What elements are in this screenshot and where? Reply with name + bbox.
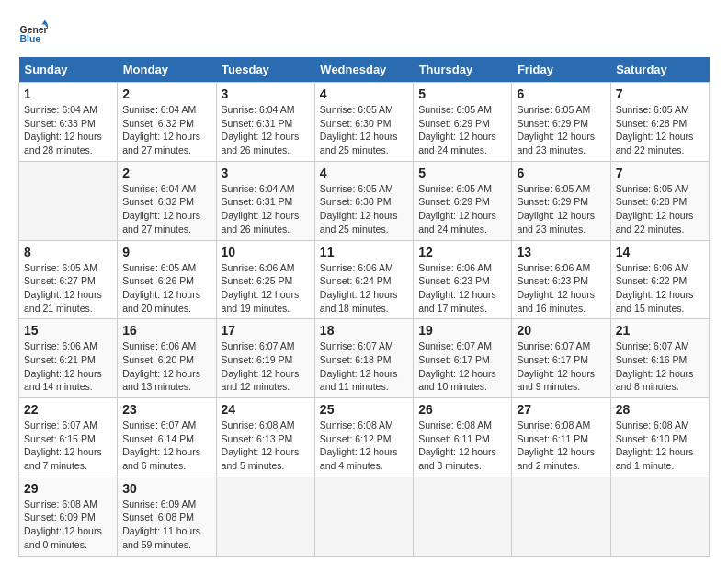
calendar-cell: 2 Sunrise: 6:04 AM Sunset: 6:32 PM Dayli… — [118, 83, 216, 162]
svg-text:General: General — [20, 25, 48, 35]
calendar-cell: 5 Sunrise: 6:05 AM Sunset: 6:29 PM Dayli… — [414, 161, 512, 240]
logo: General Blue — [18, 18, 48, 48]
day-info: Sunrise: 6:05 AM Sunset: 6:29 PM Dayligh… — [418, 103, 506, 157]
day-info: Sunrise: 6:07 AM Sunset: 6:16 PM Dayligh… — [616, 339, 704, 394]
calendar-row: 8 Sunrise: 6:05 AM Sunset: 6:27 PM Dayli… — [19, 240, 710, 319]
day-info: Sunrise: 6:05 AM Sunset: 6:30 PM Dayligh… — [320, 103, 408, 157]
day-info: Sunrise: 6:04 AM Sunset: 6:31 PM Dayligh… — [222, 103, 310, 157]
day-number: 8 — [24, 245, 112, 259]
day-number: 18 — [320, 323, 408, 338]
day-info: Sunrise: 6:08 AM Sunset: 6:10 PM Dayligh… — [616, 419, 704, 473]
day-number: 6 — [517, 166, 605, 180]
day-info: Sunrise: 6:05 AM Sunset: 6:29 PM Dayligh… — [418, 182, 506, 236]
day-info: Sunrise: 6:07 AM Sunset: 6:15 PM Dayligh… — [24, 419, 112, 473]
day-number: 7 — [616, 166, 704, 180]
day-number: 24 — [222, 402, 310, 417]
day-number: 22 — [24, 402, 112, 417]
day-number: 14 — [616, 245, 704, 259]
day-info: Sunrise: 6:06 AM Sunset: 6:23 PM Dayligh… — [418, 261, 506, 316]
calendar-cell: 2 Sunrise: 6:04 AM Sunset: 6:32 PM Dayli… — [118, 161, 216, 240]
day-number: 2 — [122, 86, 210, 101]
day-info: Sunrise: 6:08 AM Sunset: 6:11 PM Dayligh… — [517, 419, 605, 473]
calendar-row: 15 Sunrise: 6:06 AM Sunset: 6:21 PM Dayl… — [19, 319, 710, 398]
day-info: Sunrise: 6:07 AM Sunset: 6:19 PM Dayligh… — [222, 339, 310, 394]
day-number: 17 — [222, 323, 310, 338]
calendar-cell: 21 Sunrise: 6:07 AM Sunset: 6:16 PM Dayl… — [610, 319, 709, 398]
day-number: 10 — [222, 245, 310, 259]
day-info: Sunrise: 6:06 AM Sunset: 6:21 PM Dayligh… — [24, 339, 112, 394]
day-number: 5 — [418, 86, 506, 101]
day-number: 4 — [320, 166, 408, 180]
calendar-cell: 26 Sunrise: 6:08 AM Sunset: 6:11 PM Dayl… — [414, 398, 512, 477]
day-number: 13 — [517, 245, 605, 259]
calendar-cell — [610, 477, 709, 556]
calendar-row: 29 Sunrise: 6:08 AM Sunset: 6:09 PM Dayl… — [19, 477, 710, 556]
day-info: Sunrise: 6:07 AM Sunset: 6:14 PM Dayligh… — [122, 419, 210, 473]
calendar-cell: 16 Sunrise: 6:06 AM Sunset: 6:20 PM Dayl… — [118, 319, 216, 398]
calendar-cell: 13 Sunrise: 6:06 AM Sunset: 6:23 PM Dayl… — [512, 240, 610, 319]
day-number: 9 — [122, 245, 210, 259]
calendar-cell: 18 Sunrise: 6:07 AM Sunset: 6:18 PM Dayl… — [314, 319, 413, 398]
day-number: 7 — [616, 86, 704, 101]
calendar-cell: 15 Sunrise: 6:06 AM Sunset: 6:21 PM Dayl… — [19, 319, 118, 398]
calendar-cell: 8 Sunrise: 6:05 AM Sunset: 6:27 PM Dayli… — [19, 240, 118, 319]
day-info: Sunrise: 6:07 AM Sunset: 6:17 PM Dayligh… — [517, 339, 605, 394]
calendar-cell: 27 Sunrise: 6:08 AM Sunset: 6:11 PM Dayl… — [512, 398, 610, 477]
calendar-cell: 9 Sunrise: 6:05 AM Sunset: 6:26 PM Dayli… — [118, 240, 216, 319]
weekday-header-tuesday: Tuesday — [216, 57, 314, 83]
day-info: Sunrise: 6:06 AM Sunset: 6:25 PM Dayligh… — [222, 261, 310, 316]
day-number: 21 — [616, 323, 704, 338]
calendar-cell: 19 Sunrise: 6:07 AM Sunset: 6:17 PM Dayl… — [414, 319, 512, 398]
calendar-cell: 30 Sunrise: 6:09 AM Sunset: 6:08 PM Dayl… — [118, 477, 216, 556]
weekday-header-monday: Monday — [118, 57, 216, 83]
calendar-cell: 6 Sunrise: 6:05 AM Sunset: 6:29 PM Dayli… — [512, 83, 610, 162]
day-info: Sunrise: 6:06 AM Sunset: 6:23 PM Dayligh… — [517, 261, 605, 316]
day-number: 16 — [122, 323, 210, 338]
day-number: 4 — [320, 86, 408, 101]
day-info: Sunrise: 6:05 AM Sunset: 6:27 PM Dayligh… — [24, 261, 112, 316]
calendar-row: 22 Sunrise: 6:07 AM Sunset: 6:15 PM Dayl… — [19, 398, 710, 477]
day-info: Sunrise: 6:08 AM Sunset: 6:12 PM Dayligh… — [320, 419, 408, 473]
logo-icon: General Blue — [18, 18, 48, 48]
calendar-table: SundayMondayTuesdayWednesdayThursdayFrid… — [18, 57, 710, 557]
calendar-cell: 22 Sunrise: 6:07 AM Sunset: 6:15 PM Dayl… — [19, 398, 118, 477]
weekday-header-sunday: Sunday — [19, 57, 118, 83]
day-number: 26 — [418, 402, 506, 417]
day-info: Sunrise: 6:07 AM Sunset: 6:17 PM Dayligh… — [418, 339, 506, 394]
calendar-cell — [414, 477, 512, 556]
day-info: Sunrise: 6:08 AM Sunset: 6:09 PM Dayligh… — [24, 498, 112, 552]
day-number: 6 — [517, 86, 605, 101]
day-info: Sunrise: 6:05 AM Sunset: 6:29 PM Dayligh… — [517, 103, 605, 157]
calendar-cell: 5 Sunrise: 6:05 AM Sunset: 6:29 PM Dayli… — [414, 83, 512, 162]
calendar-cell — [216, 477, 314, 556]
day-info: Sunrise: 6:05 AM Sunset: 6:28 PM Dayligh… — [616, 182, 704, 236]
day-info: Sunrise: 6:05 AM Sunset: 6:28 PM Dayligh… — [616, 103, 704, 157]
day-info: Sunrise: 6:06 AM Sunset: 6:24 PM Dayligh… — [320, 261, 408, 316]
day-number: 25 — [320, 402, 408, 417]
day-number: 3 — [222, 86, 310, 101]
calendar-cell: 12 Sunrise: 6:06 AM Sunset: 6:23 PM Dayl… — [414, 240, 512, 319]
calendar-cell: 7 Sunrise: 6:05 AM Sunset: 6:28 PM Dayli… — [610, 161, 709, 240]
day-info: Sunrise: 6:08 AM Sunset: 6:11 PM Dayligh… — [418, 419, 506, 473]
calendar-cell — [314, 477, 413, 556]
day-info: Sunrise: 6:04 AM Sunset: 6:31 PM Dayligh… — [222, 182, 310, 236]
calendar-cell: 3 Sunrise: 6:04 AM Sunset: 6:31 PM Dayli… — [216, 83, 314, 162]
day-number: 11 — [320, 245, 408, 259]
calendar-cell — [512, 477, 610, 556]
weekday-header-saturday: Saturday — [610, 57, 709, 83]
calendar-cell: 7 Sunrise: 6:05 AM Sunset: 6:28 PM Dayli… — [610, 83, 709, 162]
day-info: Sunrise: 6:08 AM Sunset: 6:13 PM Dayligh… — [222, 419, 310, 473]
calendar-row: 2 Sunrise: 6:04 AM Sunset: 6:32 PM Dayli… — [19, 161, 710, 240]
svg-marker-2 — [42, 20, 48, 25]
day-info: Sunrise: 6:06 AM Sunset: 6:22 PM Dayligh… — [616, 261, 704, 316]
day-number: 1 — [24, 86, 112, 101]
day-info: Sunrise: 6:04 AM Sunset: 6:32 PM Dayligh… — [122, 182, 210, 236]
calendar-cell: 4 Sunrise: 6:05 AM Sunset: 6:30 PM Dayli… — [314, 83, 413, 162]
day-number: 23 — [122, 402, 210, 417]
day-number: 30 — [122, 481, 210, 496]
day-info: Sunrise: 6:04 AM Sunset: 6:32 PM Dayligh… — [122, 103, 210, 157]
weekday-header-wednesday: Wednesday — [314, 57, 413, 83]
day-info: Sunrise: 6:05 AM Sunset: 6:26 PM Dayligh… — [122, 261, 210, 316]
calendar-cell: 11 Sunrise: 6:06 AM Sunset: 6:24 PM Dayl… — [314, 240, 413, 319]
calendar-cell: 4 Sunrise: 6:05 AM Sunset: 6:30 PM Dayli… — [314, 161, 413, 240]
